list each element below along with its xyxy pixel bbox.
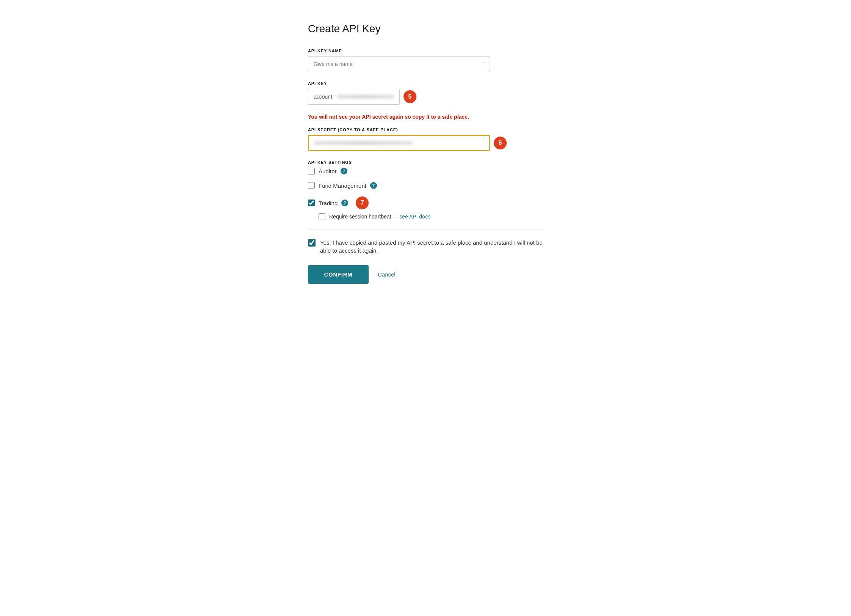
session-heartbeat-row: Require session heartbeat — see API docs (319, 213, 543, 220)
trading-checkbox[interactable] (308, 200, 315, 206)
fund-management-row: Fund Management ? (308, 182, 543, 189)
api-secret-container (308, 135, 490, 151)
api-key-name-input[interactable] (308, 56, 490, 72)
api-key-box: account- (308, 89, 400, 105)
api-key-row: account- 5 (308, 89, 543, 105)
confirmation-row: Yes, I have copied and pasted my API sec… (308, 239, 543, 255)
api-secret-label: API SECRET (COPY TO A SAFE PLACE) (308, 127, 543, 132)
api-secret-warning: You will not see your API secret again s… (308, 114, 543, 120)
page-title: Create API Key (308, 23, 543, 35)
auditor-checkbox[interactable] (308, 168, 315, 174)
session-heartbeat-label: Require session heartbeat — see API docs (329, 214, 430, 220)
confirm-copy-label: Yes, I have copied and pasted my API sec… (320, 239, 543, 255)
api-key-blurred (337, 95, 394, 99)
api-secret-group: API SECRET (COPY TO A SAFE PLACE) 6 (308, 127, 543, 151)
page-container: Create API Key API KEY NAME ≡ API KEY ac… (278, 0, 573, 314)
step-badge-7: 7 (356, 196, 369, 209)
api-key-prefix: account- (314, 94, 334, 100)
trading-help-icon[interactable]: ? (341, 200, 348, 206)
trading-label: Trading (319, 200, 338, 206)
divider (308, 229, 543, 229)
step-badge-5: 5 (404, 90, 416, 103)
fund-management-help-icon[interactable]: ? (370, 182, 377, 189)
api-secret-blurred (314, 141, 413, 145)
fund-management-checkbox[interactable] (308, 182, 315, 189)
api-key-settings-section: API KEY SETTINGS Auditor ? Fund Manageme… (308, 160, 543, 220)
auditor-row: Auditor ? (308, 168, 543, 174)
see-api-docs-link[interactable]: see API docs (399, 214, 430, 220)
api-key-display: account- (308, 89, 400, 105)
api-secret-display (308, 135, 490, 151)
trading-row: Trading ? 7 (308, 196, 543, 209)
api-key-settings-label: API KEY SETTINGS (308, 160, 543, 165)
confirm-copy-checkbox[interactable] (308, 239, 316, 247)
auditor-help-icon[interactable]: ? (341, 168, 347, 174)
confirm-button[interactable]: CONFIRM (308, 265, 369, 284)
api-key-name-input-wrapper: ≡ (308, 56, 490, 72)
step-badge-6: 6 (494, 137, 507, 149)
actions-row: CONFIRM Cancel (308, 265, 543, 284)
api-secret-row: 6 (308, 135, 543, 151)
fund-management-label: Fund Management (319, 182, 366, 189)
api-key-label: API KEY (308, 81, 543, 86)
cancel-link[interactable]: Cancel (378, 271, 396, 278)
api-key-group: API KEY account- 5 (308, 81, 543, 105)
api-key-name-label: API KEY NAME (308, 49, 543, 53)
session-heartbeat-checkbox[interactable] (319, 213, 325, 220)
api-key-name-group: API KEY NAME ≡ (308, 49, 543, 72)
auditor-label: Auditor (319, 168, 337, 174)
